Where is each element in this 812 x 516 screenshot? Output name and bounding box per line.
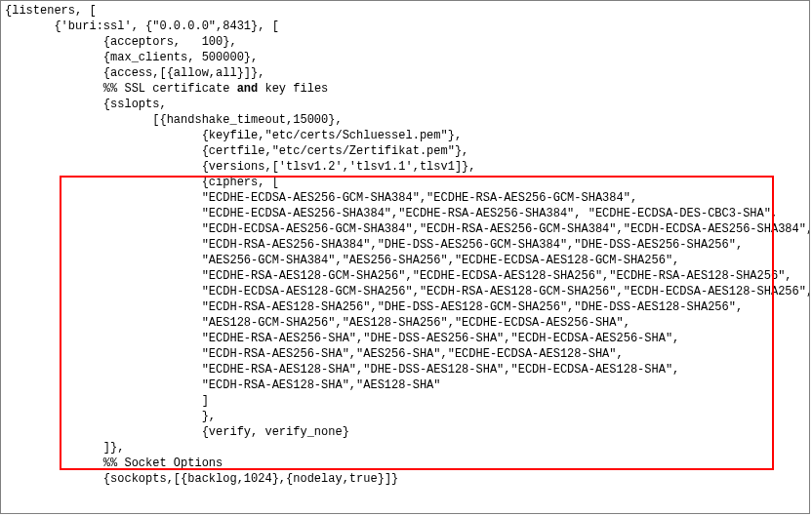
code-frame: {listeners, [ {'buri:ssl', {"0.0.0.0",84…	[0, 0, 810, 514]
code-line: {versions,['tlsv1.2','tlsv1.1',tlsv1]},	[5, 159, 809, 175]
code-line: %% SSL certificate and key files	[5, 81, 809, 97]
code-line: "ECDHE-ECDSA-AES256-SHA384","ECDHE-RSA-A…	[5, 206, 809, 221]
code-line: "ECDHE-ECDSA-AES256-GCM-SHA384","ECDHE-R…	[5, 190, 809, 206]
code-line: },	[5, 409, 809, 424]
code-line: {access,[{allow,all}]},	[5, 65, 809, 81]
code-line: {listeners, [	[5, 3, 809, 19]
code-line: {'buri:ssl', {"0.0.0.0",8431}, [	[5, 19, 809, 34]
code-line: "ECDHE-RSA-AES128-GCM-SHA256","ECDHE-ECD…	[5, 268, 809, 284]
code-line: "ECDH-ECDSA-AES128-GCM-SHA256","ECDH-RSA…	[5, 284, 809, 299]
code-line: "ECDHE-RSA-AES256-SHA","DHE-DSS-AES256-S…	[5, 331, 809, 346]
code-line: [{handshake_timeout,15000},	[5, 112, 809, 128]
code-line: {keyfile,"etc/certs/Schluessel.pem"},	[5, 128, 809, 143]
code-block: {listeners, [ {'buri:ssl', {"0.0.0.0",84…	[1, 1, 809, 487]
code-line: "ECDH-RSA-AES256-SHA384","DHE-DSS-AES256…	[5, 237, 809, 253]
code-line: "ECDH-RSA-AES256-SHA","AES256-SHA","ECDH…	[5, 346, 809, 362]
code-line: "AES128-GCM-SHA256","AES128-SHA256","ECD…	[5, 315, 809, 331]
code-line: {sockopts,[{backlog,1024},{nodelay,true}…	[5, 471, 809, 487]
code-line: {ciphers, [	[5, 175, 809, 190]
code-line: {max_clients, 500000},	[5, 50, 809, 65]
code-line: ]},	[5, 440, 809, 456]
code-line: "ECDH-RSA-AES128-SHA256","DHE-DSS-AES128…	[5, 299, 809, 315]
code-line: "ECDHE-RSA-AES128-SHA","DHE-DSS-AES128-S…	[5, 362, 809, 377]
code-line: {verify, verify_none}	[5, 424, 809, 440]
code-line: "ECDH-ECDSA-AES256-GCM-SHA384","ECDH-RSA…	[5, 221, 809, 237]
code-line: ]	[5, 393, 809, 409]
code-line: {certfile,"etc/certs/Zertifikat.pem"},	[5, 143, 809, 159]
code-line: %% Socket Options	[5, 456, 809, 471]
code-line: {acceptors, 100},	[5, 34, 809, 50]
code-line: {sslopts,	[5, 97, 809, 112]
code-line: "AES256-GCM-SHA384","AES256-SHA256","ECD…	[5, 253, 809, 268]
code-line: "ECDH-RSA-AES128-SHA","AES128-SHA"	[5, 377, 809, 393]
